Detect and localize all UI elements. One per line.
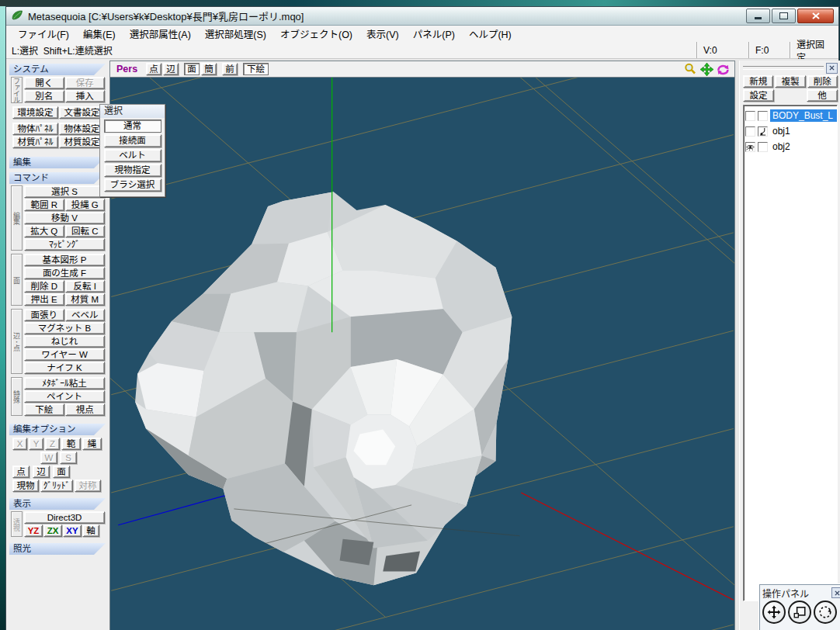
object-name[interactable]: obj1 xyxy=(770,125,837,137)
doc-settings-button[interactable]: 文書設定 xyxy=(59,106,105,119)
lock-toggle[interactable] xyxy=(758,142,768,152)
rotate-view-icon[interactable] xyxy=(716,62,730,76)
panel-header-command[interactable]: コマンド xyxy=(9,172,106,184)
actual-toggle[interactable]: 現物 xyxy=(12,479,39,492)
axis-y-toggle[interactable]: Y xyxy=(29,438,43,450)
xy-plane-toggle[interactable]: XY xyxy=(63,524,82,537)
metaball-button[interactable]: ﾒﾀﾎﾞｰﾙ粘土 xyxy=(24,377,105,389)
panel-header-display[interactable]: 表示 xyxy=(9,498,106,510)
menu-view[interactable]: 表示(V) xyxy=(359,26,406,41)
axis-display-toggle[interactable]: 軸 xyxy=(82,524,99,537)
underlay-button[interactable]: 下絵 xyxy=(24,403,64,416)
front-display-button[interactable]: 前 xyxy=(222,63,238,75)
open-button[interactable]: 開く xyxy=(24,77,64,89)
twist-button[interactable]: ねじれ xyxy=(24,335,105,348)
object-row[interactable]: obj1 xyxy=(745,123,837,139)
range-option-toggle[interactable]: 範 xyxy=(61,438,81,450)
view-mode-label[interactable]: Pers xyxy=(116,64,137,74)
operation-panel-close-button[interactable] xyxy=(831,587,840,598)
face-toggle[interactable]: 面 xyxy=(53,466,70,478)
close-button[interactable] xyxy=(797,9,834,23)
tab-command-edge[interactable]: 辺･点 xyxy=(11,309,23,374)
object-row[interactable]: BODY_Bust_L xyxy=(745,108,837,123)
primitive-button[interactable]: 基本図形 P xyxy=(24,254,105,266)
save-button[interactable]: 保存 xyxy=(65,77,106,89)
underlay-display-button[interactable]: 下絵 xyxy=(243,63,269,75)
object-panel-close-button[interactable] xyxy=(826,63,838,74)
bevel-button[interactable]: ベベル xyxy=(65,309,106,321)
rope-option-toggle[interactable]: 縄 xyxy=(82,438,102,450)
magnifier-icon[interactable] xyxy=(683,62,697,76)
menu-object[interactable]: オブジェクト(O) xyxy=(273,26,359,41)
object-duplicate-button[interactable]: 複製 xyxy=(775,75,805,88)
menu-selection-attr[interactable]: 選択部属性(A) xyxy=(123,26,198,41)
lasso-command-button[interactable]: 投縄 G xyxy=(65,199,106,211)
select-brush-button[interactable]: ブラシ選択 xyxy=(104,178,161,192)
object-settings-button[interactable]: 設定 xyxy=(743,89,774,102)
viewport-canvas[interactable] xyxy=(110,78,734,630)
object-row[interactable]: obj2 xyxy=(745,139,837,154)
edge-display-button[interactable]: 辺 xyxy=(163,63,179,75)
tab-command-face[interactable]: 面 xyxy=(11,254,23,306)
select-command-button[interactable]: 選択 S xyxy=(24,185,105,198)
menu-help[interactable]: ヘルプ(H) xyxy=(462,26,519,41)
tab-perspective[interactable]: 透視 xyxy=(11,511,23,537)
move-command-button[interactable]: 移動 V xyxy=(24,212,105,224)
rotate-tool-button[interactable] xyxy=(814,601,837,624)
save-as-button[interactable]: 別名 xyxy=(24,90,64,102)
lock-toggle[interactable] xyxy=(758,111,768,121)
select-pick-object-button[interactable]: 現物指定 xyxy=(104,164,161,177)
object-other-button[interactable]: 他 xyxy=(807,89,838,102)
delete-button[interactable]: 削除 D xyxy=(24,280,64,292)
object-name[interactable]: BODY_Bust_L xyxy=(770,109,837,122)
panel-header-system[interactable]: システム xyxy=(9,64,106,75)
scale-command-button[interactable]: 拡大 Q xyxy=(24,225,64,237)
object-new-button[interactable]: 新規 xyxy=(743,75,773,88)
menu-selection-proc[interactable]: 選択部処理(S) xyxy=(198,26,273,41)
invert-button[interactable]: 反転 I xyxy=(65,280,106,292)
mapping-command-button[interactable]: ﾏｯﾋﾟﾝｸﾞ xyxy=(24,238,105,251)
range-command-button[interactable]: 範囲 R xyxy=(24,199,64,211)
select-belt-button[interactable]: ベルト xyxy=(104,149,161,162)
select-normal-button[interactable]: 通常 xyxy=(104,119,161,133)
object-name[interactable]: obj2 xyxy=(770,140,837,153)
rotate-command-button[interactable]: 回転 C xyxy=(65,225,106,237)
symmetry-toggle[interactable]: 対称 xyxy=(75,479,101,492)
menu-panel[interactable]: パネル(P) xyxy=(406,26,462,41)
object-delete-button[interactable]: 削除 xyxy=(807,75,838,88)
grid-snap-toggle[interactable]: ｸﾞﾘｯﾄﾞ xyxy=(40,479,73,492)
select-palette-title[interactable]: 選択 xyxy=(100,105,165,118)
lock-toggle[interactable] xyxy=(758,126,768,137)
face-display-button[interactable]: 面 xyxy=(184,63,200,75)
move-tool-button[interactable] xyxy=(762,601,786,624)
menu-edit[interactable]: 編集(E) xyxy=(76,26,123,41)
magnet-button[interactable]: マグネット B xyxy=(24,322,105,334)
visibility-toggle[interactable] xyxy=(745,111,755,121)
object-panel-button[interactable]: 物体ﾊﾟﾈﾙ xyxy=(12,123,58,135)
zx-plane-toggle[interactable]: ZX xyxy=(43,524,62,537)
screen-toggle[interactable]: S xyxy=(60,452,77,464)
panel-header-edit[interactable]: 編集 xyxy=(9,157,106,168)
viewport-3d[interactable] xyxy=(110,78,734,630)
attach-face-button[interactable]: 面張り xyxy=(24,309,64,321)
point-display-button[interactable]: 点 xyxy=(146,63,161,75)
visibility-toggle[interactable] xyxy=(745,126,755,137)
tab-command-special[interactable]: 特殊 xyxy=(11,377,23,416)
extrude-button[interactable]: 押出 E xyxy=(24,293,64,306)
create-face-button[interactable]: 面の生成 F xyxy=(24,267,105,279)
viewpoint-button[interactable]: 視点 xyxy=(65,403,106,416)
menu-file[interactable]: ファイル(F) xyxy=(11,26,76,41)
panel-collapse-handle[interactable] xyxy=(743,66,824,70)
material-button[interactable]: 材質 M xyxy=(65,293,106,306)
point-toggle[interactable]: 点 xyxy=(12,466,30,478)
tab-file[interactable]: ファイル xyxy=(11,77,23,103)
minimize-button[interactable] xyxy=(746,9,770,23)
select-connected-button[interactable]: 接続面 xyxy=(104,134,161,147)
world-toggle[interactable]: W xyxy=(40,452,57,464)
visibility-toggle[interactable] xyxy=(745,142,755,152)
panel-header-edit-options[interactable]: 編集オプション xyxy=(9,424,106,435)
pan-icon[interactable] xyxy=(699,62,713,76)
tab-command-edit[interactable]: 編集 xyxy=(11,185,23,251)
panel-header-light[interactable]: 照光 xyxy=(9,543,106,555)
renderer-button[interactable]: Direct3D xyxy=(24,511,105,524)
